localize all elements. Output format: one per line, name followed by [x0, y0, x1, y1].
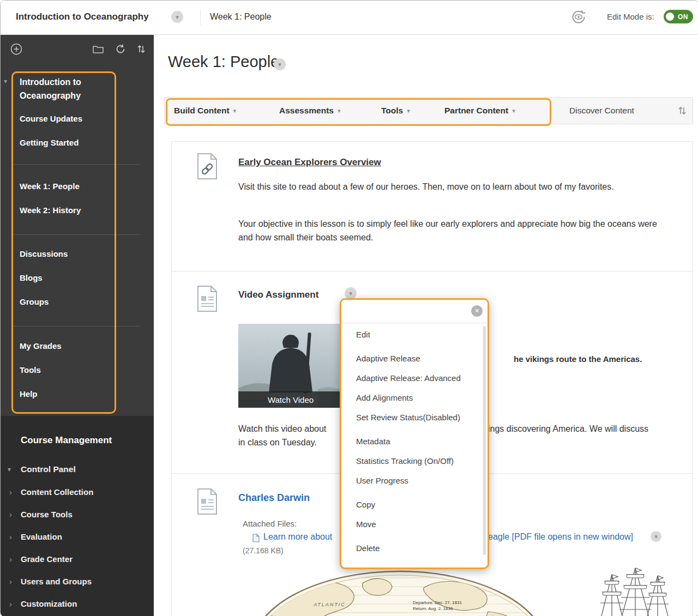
map-departure-label: Departure: Dec. 27, 1831	[413, 600, 462, 605]
chevron-right-icon: ›	[9, 576, 12, 588]
topbar-course-title: Introduction to Oceanography	[16, 11, 149, 22]
build-content-menu-button[interactable]: Build Content▾	[174, 98, 236, 124]
blackboard-app-window: Introduction to Oceanography ▾ Week 1: P…	[0, 0, 698, 616]
overview-paragraph-1: Visit this site to read about a few of o…	[238, 180, 620, 194]
edit-mode-value: ON	[678, 13, 688, 21]
sidebar-item-grade-center[interactable]: Grade Center	[21, 553, 73, 565]
edit-mode-toggle[interactable]: ON	[664, 10, 693, 23]
video-item-icon	[196, 285, 218, 315]
chevron-down-icon: ▾	[407, 107, 410, 114]
menu-item-move[interactable]: Move	[356, 515, 488, 534]
sidebar-item-groups[interactable]: Groups	[20, 296, 49, 308]
tools-menu-button[interactable]: Tools▾	[381, 98, 410, 124]
page-title: Week 1: People	[168, 53, 279, 71]
file-icon	[252, 534, 260, 545]
assessments-label: Assessments	[279, 106, 334, 116]
expand-caret-icon[interactable]: ▾	[4, 78, 7, 84]
divider	[13, 234, 140, 235]
sort-items-icon[interactable]	[678, 105, 687, 118]
sidebar-item-control-panel[interactable]: Control Panel	[21, 463, 76, 475]
chevron-down-icon: ▾	[512, 107, 515, 114]
partner-content-label: Partner Content	[444, 106, 508, 116]
menu-item-copy[interactable]: Copy	[356, 495, 488, 515]
sidebar-item-discussions[interactable]: Discussions	[20, 248, 68, 260]
menu-item-user-progress[interactable]: User Progress	[356, 471, 488, 491]
sidebar-item-blogs[interactable]: Blogs	[20, 272, 43, 284]
folder-view-icon[interactable]	[93, 45, 104, 56]
map-ocean-label: ATLANTIC	[313, 602, 346, 607]
darwin-item-title[interactable]: Charles Darwin	[238, 492, 310, 504]
file-link-menu-chevron-icon[interactable]: ▾	[651, 531, 661, 542]
tools-label: Tools	[381, 106, 403, 116]
divider	[200, 9, 201, 26]
top-bar: Introduction to Oceanography ▾ Week 1: P…	[1, 1, 698, 35]
chevron-down-icon: ▾	[233, 107, 237, 114]
menu-item-edit[interactable]: Edit	[356, 325, 488, 345]
file-size: (27.168 KB)	[243, 546, 284, 555]
menu-item-delete[interactable]: Delete	[356, 539, 488, 558]
build-content-label: Build Content	[174, 106, 230, 116]
course-menu-chevron-icon[interactable]: ▾	[171, 11, 183, 23]
discover-content-button[interactable]: Discover Content	[569, 98, 634, 124]
url-item-icon	[196, 153, 218, 182]
chevron-right-icon: ›	[9, 553, 12, 565]
video-desc-left-line2: in class on Tuesday.	[238, 436, 317, 449]
close-icon[interactable]: ✕	[471, 305, 483, 317]
assessments-menu-button[interactable]: Assessments▾	[279, 98, 340, 124]
map-return-label: Return: Aug. 2, 1836	[413, 606, 453, 611]
video-desc-right-line1: ings discovering America. We will discus…	[488, 422, 648, 436]
context-menu-list: Edit Adaptive Release Adaptive Release: …	[341, 323, 488, 567]
scrollbar[interactable]	[483, 326, 486, 555]
divider	[13, 164, 140, 165]
video-desc-bold-fragment: he vikings route to the Americas.	[514, 352, 642, 366]
chevron-down-icon: ▾	[338, 107, 341, 114]
toggle-dot-icon	[666, 13, 674, 21]
video-thumbnail[interactable]: Watch Video	[238, 324, 343, 408]
sidebar-item-help[interactable]: Help	[20, 388, 38, 400]
overview-item-title[interactable]: Early Ocean Explorers Overview	[238, 157, 381, 168]
sidebar-item-course-tools[interactable]: Course Tools	[21, 509, 73, 521]
sidebar-item-evaluation[interactable]: Evaluation	[21, 531, 62, 543]
world-map-image: Departure: Dec. 27, 1831 Return: Aug. 2,…	[249, 568, 549, 616]
video-desc-left-line1: Watch this video about	[238, 422, 326, 436]
chevron-right-icon: ›	[9, 531, 12, 543]
attached-file-link-left[interactable]: Learn more about	[263, 532, 332, 542]
breadcrumb: Week 1: People	[210, 12, 272, 22]
context-menu-header: ✕	[341, 300, 488, 323]
menu-item-metadata[interactable]: Metadata	[356, 432, 488, 451]
menu-item-adaptive-release-advanced[interactable]: Adaptive Release: Advanced	[356, 369, 488, 388]
sidebar-item-customization[interactable]: Customization	[21, 598, 77, 610]
menu-item-statistics-tracking[interactable]: Statistics Tracking (On/Off)	[356, 451, 488, 471]
partner-content-menu-button[interactable]: Partner Content▾	[444, 98, 515, 124]
attached-files-label: Attached Files:	[243, 519, 297, 528]
divider	[13, 326, 140, 327]
menu-item-adaptive-release[interactable]: Adaptive Release	[356, 349, 488, 369]
add-menu-item-icon[interactable]	[10, 43, 22, 57]
reorder-arrows-icon[interactable]	[137, 44, 146, 57]
sidebar-item-content-collection[interactable]: Content Collection	[21, 486, 93, 498]
video-item-menu-chevron-icon[interactable]: ▾	[345, 287, 357, 299]
course-management-heading: Course Management	[21, 435, 112, 446]
chevron-right-icon: ›	[9, 509, 12, 521]
sidebar-item-course-updates[interactable]: Course Updates	[20, 113, 82, 125]
page-title-menu-chevron-icon[interactable]: ▾	[274, 58, 286, 70]
attached-file-link-right[interactable]: eagle [PDF file opens in new window]	[488, 532, 633, 542]
menu-item-add-alignments[interactable]: Add Alignments	[356, 388, 488, 408]
menu-item-set-review-status[interactable]: Set Review Status(Disabled)	[356, 408, 488, 427]
student-preview-icon[interactable]	[570, 9, 587, 27]
sidebar-item-week-1-people[interactable]: Week 1: People	[20, 180, 80, 192]
sidebar-item-users-and-groups[interactable]: Users and Groups	[21, 576, 92, 588]
darwin-item-icon	[196, 488, 218, 517]
sidebar: ▾ Introduction to Oceanography Course Up…	[1, 34, 154, 616]
chevron-right-icon: ›	[9, 598, 12, 610]
control-panel-caret-icon[interactable]: ▾	[8, 466, 11, 473]
sidebar-item-week-2-history[interactable]: Week 2: History	[20, 204, 81, 216]
refresh-icon[interactable]	[115, 44, 126, 57]
sidebar-item-tools[interactable]: Tools	[20, 364, 41, 376]
content-toolbar: Build Content▾ Assessments▾ Tools▾ Partn…	[164, 97, 693, 124]
video-item-title: Video Assignment	[238, 289, 318, 300]
ship-illustration	[594, 566, 676, 616]
sidebar-item-my-grades[interactable]: My Grades	[20, 340, 62, 352]
sidebar-item-getting-started[interactable]: Getting Started	[20, 137, 79, 149]
sidebar-course-title[interactable]: Introduction to Oceanography	[20, 75, 107, 102]
